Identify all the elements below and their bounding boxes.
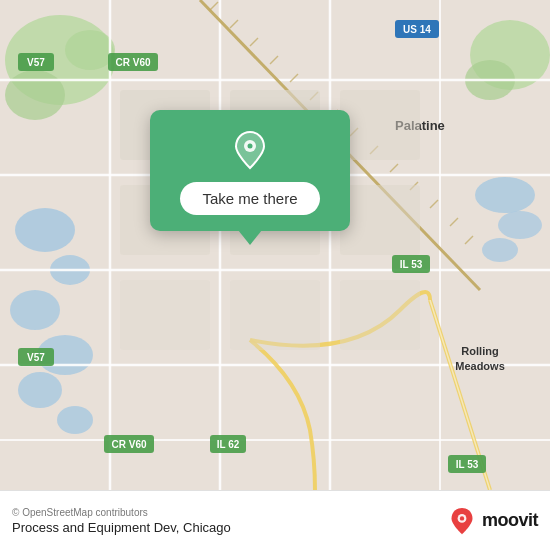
take-me-there-button[interactable]: Take me there bbox=[180, 182, 319, 215]
svg-text:V57: V57 bbox=[27, 352, 45, 363]
svg-point-13 bbox=[498, 211, 542, 239]
svg-point-3 bbox=[65, 30, 115, 70]
svg-text:IL 62: IL 62 bbox=[217, 439, 240, 450]
svg-rect-67 bbox=[230, 280, 320, 350]
location-pin-icon bbox=[228, 128, 272, 172]
svg-text:CR V60: CR V60 bbox=[115, 57, 150, 68]
svg-point-8 bbox=[10, 290, 60, 330]
moovit-brand-name: moovit bbox=[482, 510, 538, 531]
svg-point-6 bbox=[15, 208, 75, 252]
svg-rect-66 bbox=[120, 280, 210, 350]
svg-text:V57: V57 bbox=[27, 57, 45, 68]
bottom-bar: © OpenStreetMap contributors Process and… bbox=[0, 490, 550, 550]
svg-rect-68 bbox=[340, 280, 420, 350]
svg-point-2 bbox=[5, 70, 65, 120]
location-icon-wrap bbox=[228, 128, 272, 172]
bottom-left-info: © OpenStreetMap contributors Process and… bbox=[12, 507, 231, 535]
location-name: Process and Equipment Dev, Chicago bbox=[12, 520, 231, 535]
svg-point-70 bbox=[248, 144, 253, 149]
popup-card: Take me there bbox=[150, 110, 350, 231]
svg-text:CR V60: CR V60 bbox=[111, 439, 146, 450]
svg-point-12 bbox=[475, 177, 535, 213]
svg-text:Meadows: Meadows bbox=[455, 360, 505, 372]
svg-text:Rolling: Rolling bbox=[461, 345, 498, 357]
svg-point-10 bbox=[18, 372, 62, 408]
svg-point-14 bbox=[482, 238, 518, 262]
svg-rect-64 bbox=[340, 90, 420, 160]
moovit-logo: moovit bbox=[448, 507, 538, 535]
svg-point-11 bbox=[57, 406, 93, 434]
svg-text:IL 53: IL 53 bbox=[400, 259, 423, 270]
svg-text:IL 53: IL 53 bbox=[456, 459, 479, 470]
svg-rect-65 bbox=[340, 185, 420, 255]
moovit-pin-icon bbox=[448, 507, 476, 535]
map-container: V57 US 14 CR V60 Palatine IL 53 IL 53 IL… bbox=[0, 0, 550, 490]
svg-point-72 bbox=[460, 516, 464, 520]
svg-text:US 14: US 14 bbox=[403, 24, 431, 35]
map-background: V57 US 14 CR V60 Palatine IL 53 IL 53 IL… bbox=[0, 0, 550, 490]
osm-attribution: © OpenStreetMap contributors bbox=[12, 507, 231, 518]
